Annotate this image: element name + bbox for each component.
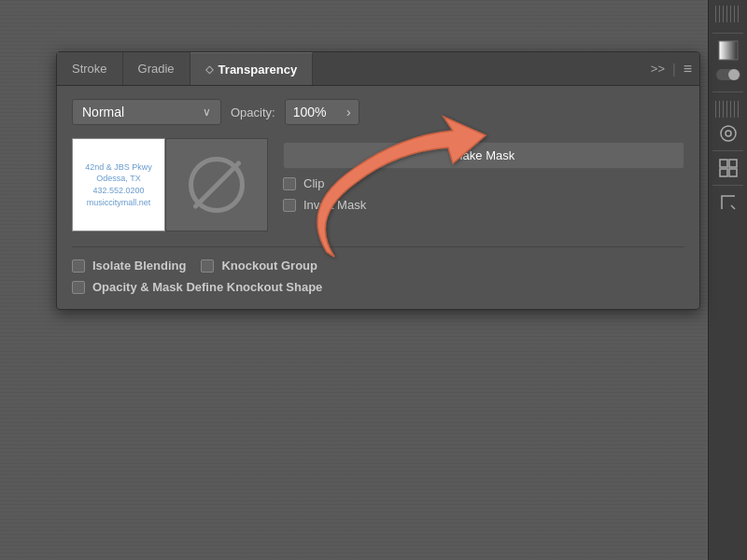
opacity-input-field[interactable]: 100% › [285,99,359,125]
toolbar-divider-4 [712,185,743,186]
tab-gradient-label: Gradie [138,62,175,76]
tab-divider: | [672,62,676,77]
mask-controls: Make Mask Clip Invert Mask [268,138,684,212]
svg-point-4 [726,131,731,136]
mask-row: 42nd & JBS Pkwy Odessa, TX 432.552.0200 … [72,138,684,231]
panel-tabs: Stroke Gradie ◇ Transparency >> | ≡ [57,52,699,86]
circle-icon[interactable] [715,123,741,144]
toolbar-divider-1 [712,33,743,34]
thumbnail-content: 42nd & JBS Pkwy Odessa, TX 432.552.0200 … [81,158,156,212]
blend-mode-chevron-icon: ∨ [203,105,211,119]
toggle-icon[interactable] [715,64,741,85]
thumb-line2: Odessa, TX [85,173,152,185]
invert-mask-checkbox[interactable] [283,199,296,212]
toolbar-divider-3 [712,150,743,151]
make-mask-button[interactable]: Make Mask [283,142,684,169]
tab-active-arrow: ◇ [205,63,213,76]
blend-mode-dropdown[interactable]: Normal ∨ [72,99,221,125]
bottom-check-row-1: Isolate Blending Knockout Group [72,259,684,273]
svg-point-3 [721,126,736,141]
more-tabs-icon[interactable]: >> [651,62,665,76]
clip-checkbox-row: Clip [283,176,684,190]
panel-body: Normal ∨ Opacity: 100% › 42nd & JBS Pkwy… [57,86,699,309]
opacity-mask-label: Opacity & Mask Define Knockout Shape [92,280,322,294]
invert-mask-checkbox-row: Invert Mask [283,198,684,212]
tab-gradient[interactable]: Gradie [123,52,190,85]
svg-rect-7 [720,169,727,176]
clip-label: Clip [303,176,324,190]
svg-point-2 [728,69,740,80]
opacity-label: Opacity: [231,105,275,119]
mask-thumbnail[interactable] [165,138,268,231]
knockout-group-checkbox[interactable] [201,259,214,273]
bottom-checkboxes: Isolate Blending Knockout Group Opacity … [72,246,684,294]
svg-rect-8 [729,169,737,176]
opacity-next-icon[interactable]: › [346,105,351,119]
opacity-mask-checkbox[interactable] [72,281,85,294]
opacity-mask-checkbox-group: Opacity & Mask Define Knockout Shape [72,280,322,294]
blend-mode-value: Normal [82,105,197,119]
tab-stroke-label: Stroke [72,62,107,76]
isolate-blending-checkbox-group: Isolate Blending [72,259,186,273]
toolbar-mid-decoration [715,101,741,118]
bottom-check-row-2: Opacity & Mask Define Knockout Shape [72,280,684,294]
blend-opacity-row: Normal ∨ Opacity: 100% › [72,99,684,125]
tab-stroke[interactable]: Stroke [57,52,123,85]
tab-transparency[interactable]: ◇ Transparency [190,52,314,85]
grid-icon[interactable] [715,158,741,178]
thumb-line1: 42nd & JBS Pkwy [85,161,152,174]
thumb-line3: 432.552.0200 [85,185,152,197]
svg-rect-0 [719,41,738,60]
invert-mask-label: Invert Mask [303,198,366,212]
layer-thumbnail: 42nd & JBS Pkwy Odessa, TX 432.552.0200 … [72,138,165,231]
right-toolbar [708,0,747,560]
corner-icon[interactable] [715,192,741,213]
knockout-group-checkbox-group: Knockout Group [201,259,317,273]
tab-transparency-label: Transparency [218,63,298,77]
isolate-blending-label: Isolate Blending [92,259,186,273]
clip-checkbox[interactable] [283,177,296,190]
no-mask-line [191,160,241,209]
knockout-group-label: Knockout Group [221,259,317,273]
transparency-panel: Stroke Gradie ◇ Transparency >> | ≡ Norm… [56,51,700,310]
isolate-blending-checkbox[interactable] [72,259,85,273]
panel-menu-icon[interactable]: ≡ [684,61,692,77]
thumb-line4: musiccitymall.net [85,197,152,209]
gradient-square-icon[interactable] [715,40,741,61]
toolbar-top-decoration [715,6,741,22]
svg-rect-5 [720,160,727,167]
opacity-value: 100% [293,105,341,119]
no-mask-icon [189,157,245,213]
panel-tabs-right: >> | ≡ [651,52,699,85]
svg-rect-6 [729,160,737,167]
toolbar-divider-2 [712,91,743,92]
